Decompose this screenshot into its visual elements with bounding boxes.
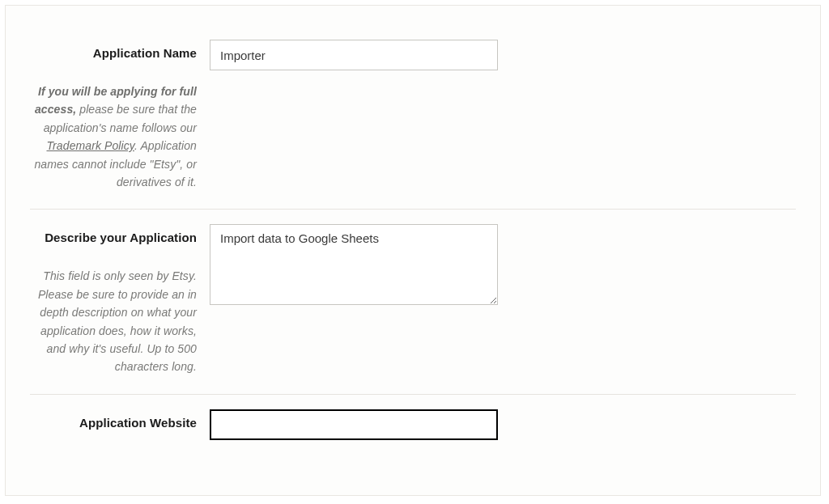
app-name-input[interactable] <box>210 40 498 70</box>
app-name-label: Application Name <box>30 46 197 60</box>
description-label: Describe your Application <box>30 231 197 244</box>
form-group-app-name: Application Name If you will be applying… <box>30 25 796 210</box>
form-group-website: Application Website <box>30 395 796 445</box>
form-group-description: Describe your Application This field is … <box>30 210 796 394</box>
trademark-policy-link[interactable]: Trademark Policy <box>46 139 134 152</box>
website-input[interactable] <box>210 409 498 440</box>
app-settings-panel: Application Name If you will be applying… <box>5 5 821 496</box>
description-help: This field is only seen by Etsy. Please … <box>30 267 197 375</box>
description-textarea[interactable]: Import data to Google Sheets <box>210 224 498 305</box>
website-label: Application Website <box>30 416 197 430</box>
app-name-help: If you will be applying for full access,… <box>30 83 197 191</box>
